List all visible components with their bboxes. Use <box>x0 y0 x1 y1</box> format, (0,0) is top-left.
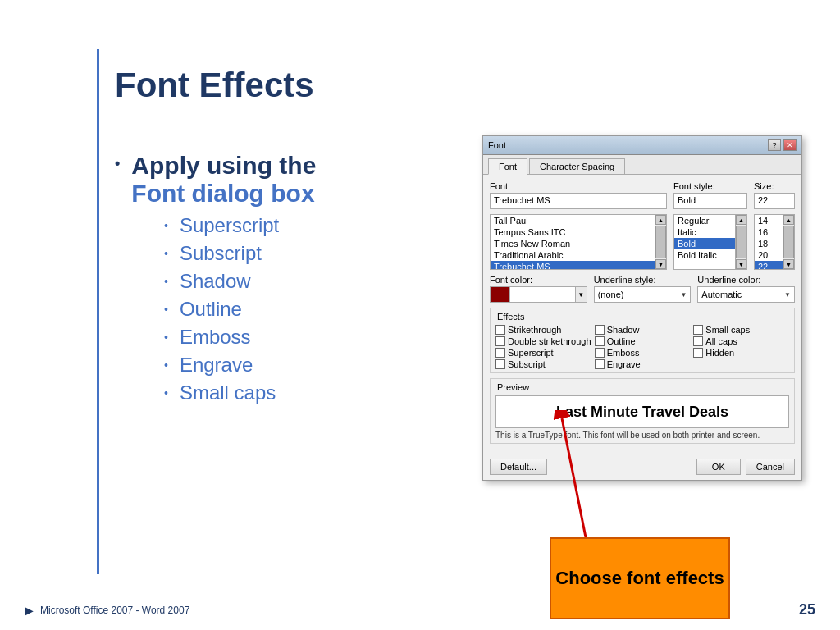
dialog-footer: Default... OK Cancel <box>483 455 801 480</box>
sub-bullet-0: • Superscript <box>164 214 316 237</box>
style-input[interactable]: Bold <box>673 193 747 209</box>
underline-color-arrow: ▼ <box>784 291 791 299</box>
style-list-col: Regular Italic Bold Bold Italic ▲ ▼ <box>673 214 747 270</box>
cb-engrave[interactable] <box>595 359 605 369</box>
size-input[interactable]: 22 <box>754 193 795 209</box>
size-list-col: 14 16 18 20 22 ▲ ▼ <box>754 214 795 270</box>
sub-dot-1: • <box>164 247 168 260</box>
font-color-box <box>491 287 510 302</box>
cb-outline[interactable] <box>595 336 605 346</box>
cb-strikethrough[interactable] <box>495 325 505 335</box>
sub-bullets: • Superscript • Subscript • Shadow • Out… <box>164 214 316 404</box>
font-scroll-thumb[interactable] <box>655 226 666 258</box>
style-listbox-wrapper: Regular Italic Bold Bold Italic ▲ ▼ <box>673 214 747 270</box>
font-item-3[interactable]: Traditional Arabic <box>491 249 655 261</box>
sub-label-0: Superscript <box>180 214 279 237</box>
effect-small-caps: Small caps <box>693 325 789 335</box>
style-item-0[interactable]: Regular <box>674 215 735 226</box>
color-underline-row: Font color: ▼ Underline style: (none) ▼ … <box>490 275 795 303</box>
size-scrollbar[interactable]: ▲ ▼ <box>783 214 795 270</box>
font-item-1[interactable]: Tempus Sans ITC <box>491 226 655 238</box>
size-scroll-down[interactable]: ▼ <box>783 259 794 269</box>
size-scroll-up[interactable]: ▲ <box>783 215 794 225</box>
font-color-spacer <box>510 287 575 302</box>
size-item-4[interactable]: 22 <box>755 261 783 270</box>
font-color-selector[interactable]: ▼ <box>490 286 587 303</box>
style-label: Font style: <box>673 181 747 191</box>
underline-color-select[interactable]: Automatic ▼ <box>697 286 795 303</box>
style-listbox[interactable]: Regular Italic Bold Bold Italic <box>673 214 736 270</box>
effect-strikethrough: Strikethrough <box>495 325 591 335</box>
font-item-0[interactable]: Tall Paul <box>491 215 655 226</box>
font-color-field: Font color: ▼ <box>490 275 587 303</box>
tab-character-spacing[interactable]: Character Spacing <box>529 158 625 174</box>
arrow-svg <box>537 410 636 550</box>
font-item-2[interactable]: Times New Roman <box>491 238 655 249</box>
left-border <box>97 49 99 574</box>
size-listbox-wrapper: 14 16 18 20 22 ▲ ▼ <box>754 214 795 270</box>
sub-dot-5: • <box>164 358 168 372</box>
cancel-button[interactable]: Cancel <box>746 459 795 475</box>
font-item-4[interactable]: Trebuchet MS <box>491 261 655 270</box>
size-item-2[interactable]: 18 <box>755 238 783 249</box>
cb-shadow[interactable] <box>595 325 605 335</box>
sub-dot-6: • <box>164 386 168 399</box>
cb-small-caps[interactable] <box>693 325 703 335</box>
cb-hidden[interactable] <box>693 348 703 358</box>
font-scrollbar[interactable]: ▲ ▼ <box>655 214 667 270</box>
label-outline: Outline <box>607 336 636 346</box>
style-scroll-down[interactable]: ▼ <box>736 259 746 269</box>
font-scroll-up[interactable]: ▲ <box>655 215 666 225</box>
effect-superscript: Superscript <box>495 348 591 358</box>
font-scroll-down[interactable]: ▼ <box>655 259 666 269</box>
style-item-1[interactable]: Italic <box>674 226 735 238</box>
sub-dot-3: • <box>164 303 168 316</box>
style-scrollbar[interactable]: ▲ ▼ <box>736 214 747 270</box>
font-color-dropdown[interactable]: ▼ <box>575 287 587 302</box>
effect-hidden: Hidden <box>693 348 789 358</box>
dialog-titlebar: Font ? ✕ <box>483 136 801 155</box>
sub-bullet-1: • Subscript <box>164 242 316 265</box>
preview-section: Preview Last Minute Travel Deals This is… <box>490 378 795 444</box>
font-col: Font: Trebuchet MS <box>490 181 667 209</box>
font-listbox[interactable]: Tall Paul Tempus Sans ITC Times New Roma… <box>490 214 655 270</box>
style-item-2[interactable]: Bold <box>674 238 735 249</box>
style-scroll-up[interactable]: ▲ <box>736 215 746 225</box>
footer-triangle-icon: ▶ <box>25 604 34 617</box>
font-input[interactable]: Trebuchet MS <box>490 193 667 209</box>
size-item-1[interactable]: 16 <box>755 226 783 238</box>
effect-emboss: Emboss <box>595 348 691 358</box>
label-emboss: Emboss <box>607 348 640 358</box>
tab-font[interactable]: Font <box>488 158 527 175</box>
footer-nav: ▶ Microsoft Office 2007 - Word 2007 <box>25 604 189 617</box>
effect-double-strike: Double strikethrough <box>495 336 591 346</box>
help-button[interactable]: ? <box>768 139 781 151</box>
effect-shadow: Shadow <box>595 325 691 335</box>
cb-all-caps[interactable] <box>693 336 703 346</box>
font-label: Font: <box>490 181 667 191</box>
sub-bullet-3: • Outline <box>164 298 316 321</box>
ok-button[interactable]: OK <box>696 459 741 475</box>
size-listbox[interactable]: 14 16 18 20 22 <box>754 214 783 270</box>
effect-all-caps: All caps <box>693 336 789 346</box>
label-hidden: Hidden <box>705 348 734 358</box>
cb-emboss[interactable] <box>595 348 605 358</box>
label-subscript: Subscript <box>508 359 546 369</box>
size-item-3[interactable]: 20 <box>755 249 783 261</box>
cb-double-strike[interactable] <box>495 336 505 346</box>
cb-subscript[interactable] <box>495 359 505 369</box>
close-button[interactable]: ✕ <box>783 139 797 151</box>
sub-bullet-2: • Shadow <box>164 270 316 293</box>
label-double-strike: Double strikethrough <box>508 336 591 346</box>
underline-label: Underline style: <box>594 275 692 285</box>
sub-label-4: Emboss <box>180 326 251 349</box>
size-col: Size: 22 <box>754 181 795 209</box>
sub-bullet-4: • Emboss <box>164 326 316 349</box>
style-scroll-thumb[interactable] <box>736 226 746 258</box>
sub-label-1: Subscript <box>180 242 262 265</box>
underline-select[interactable]: (none) ▼ <box>594 286 692 303</box>
size-scroll-thumb[interactable] <box>783 226 794 258</box>
size-item-0[interactable]: 14 <box>755 215 783 226</box>
cb-superscript[interactable] <box>495 348 505 358</box>
style-item-3[interactable]: Bold Italic <box>674 249 735 261</box>
